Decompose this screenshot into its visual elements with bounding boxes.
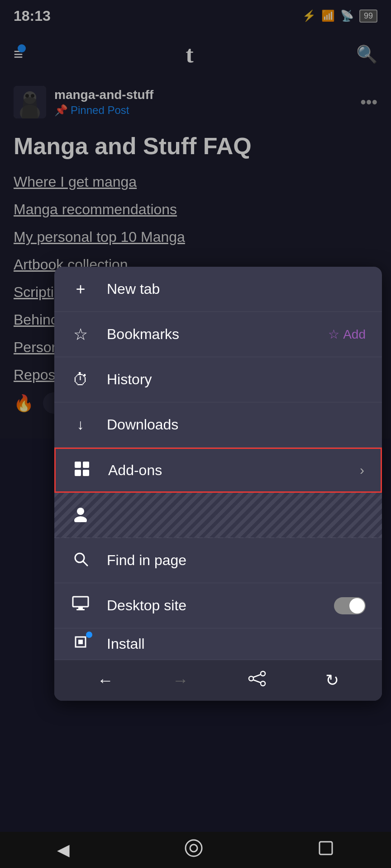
desktop-site-label: Desktop site xyxy=(107,597,318,614)
menu-item-install[interactable]: Install xyxy=(54,628,382,660)
svg-rect-7 xyxy=(75,470,81,476)
toggle-thumb xyxy=(349,598,365,613)
addons-icon xyxy=(72,460,92,481)
svg-rect-6 xyxy=(83,462,89,468)
svg-point-22 xyxy=(190,844,197,852)
svg-point-17 xyxy=(249,676,253,681)
add-star-icon: ☆ xyxy=(328,327,339,342)
svg-point-18 xyxy=(261,681,265,686)
svg-rect-5 xyxy=(75,462,81,468)
svg-point-9 xyxy=(77,508,84,515)
svg-point-21 xyxy=(186,840,202,856)
menu-item-downloads[interactable]: ↓ Downloads xyxy=(54,402,382,448)
system-nav-bar: ◀ xyxy=(0,832,391,868)
svg-point-10 xyxy=(74,516,87,522)
system-home-button[interactable] xyxy=(184,839,203,862)
svg-line-20 xyxy=(253,680,261,683)
history-label: History xyxy=(107,371,366,388)
menu-item-new-tab[interactable]: + New tab xyxy=(54,267,382,312)
new-tab-label: New tab xyxy=(107,281,366,297)
downloads-icon: ↓ xyxy=(71,416,91,433)
menu-item-find-in-page[interactable]: Find in page xyxy=(54,538,382,583)
bookmarks-icon: ☆ xyxy=(71,325,91,344)
install-icon xyxy=(71,633,91,655)
share-button[interactable] xyxy=(248,669,267,692)
svg-rect-14 xyxy=(78,607,83,609)
menu-item-history[interactable]: ⏱ History xyxy=(54,357,382,402)
menu-item-addons[interactable]: Add-ons › xyxy=(54,448,382,493)
bookmarks-label: Bookmarks xyxy=(107,326,312,343)
reload-button[interactable]: ↻ xyxy=(325,671,339,690)
svg-line-19 xyxy=(253,675,261,677)
menu-item-account[interactable] xyxy=(54,493,382,538)
svg-rect-15 xyxy=(76,609,85,610)
svg-line-12 xyxy=(83,561,87,566)
system-back-button[interactable]: ◀ xyxy=(57,840,70,859)
menu-item-bookmarks[interactable]: ☆ Bookmarks ☆ Add xyxy=(54,312,382,357)
account-icon xyxy=(71,505,91,526)
install-label: Install xyxy=(107,636,366,652)
svg-point-16 xyxy=(261,671,265,676)
new-tab-icon: + xyxy=(71,280,91,299)
addons-label: Add-ons xyxy=(108,462,343,479)
desktop-icon xyxy=(71,595,91,616)
find-icon xyxy=(71,550,91,571)
svg-rect-23 xyxy=(319,842,332,854)
bookmarks-add-button[interactable]: ☆ Add xyxy=(328,327,366,342)
menu-item-desktop-site[interactable]: Desktop site xyxy=(54,583,382,628)
context-menu: + New tab ☆ Bookmarks ☆ Add ⏱ History ↓ … xyxy=(54,267,382,701)
back-button[interactable]: ← xyxy=(97,671,114,690)
downloads-label: Downloads xyxy=(107,416,366,433)
menu-footer-nav: ← → ↻ xyxy=(54,660,382,701)
svg-rect-13 xyxy=(73,597,88,607)
desktop-site-toggle[interactable] xyxy=(334,597,366,614)
forward-button[interactable]: → xyxy=(172,671,189,690)
find-in-page-label: Find in page xyxy=(107,552,366,569)
addons-chevron-icon: › xyxy=(360,462,364,478)
system-recents-button[interactable] xyxy=(318,840,334,860)
history-icon: ⏱ xyxy=(71,370,91,389)
svg-rect-8 xyxy=(83,470,89,476)
